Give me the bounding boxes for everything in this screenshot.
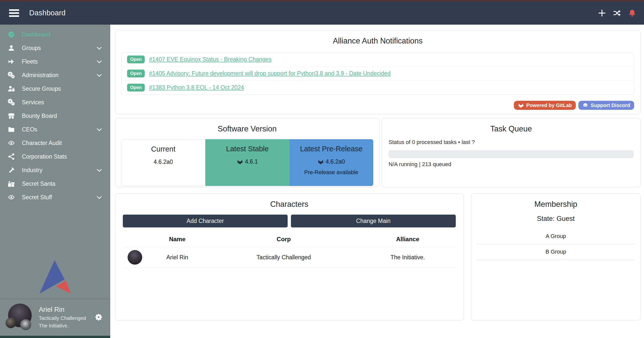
chevron-down-icon bbox=[96, 126, 103, 133]
sidebar: Dashboard Groups Fleets Administration bbox=[0, 25, 110, 338]
membership-group-list: A Group B Group bbox=[477, 229, 635, 260]
sidebar-item-label: Groups bbox=[22, 45, 41, 52]
page-title: Dashboard bbox=[29, 9, 66, 17]
chevron-down-icon bbox=[96, 45, 103, 52]
sidebar-item-label: Secure Groups bbox=[22, 85, 61, 92]
sidebar-item-label: Services bbox=[22, 99, 44, 106]
current-version-value: 4.6.2a0 bbox=[154, 159, 173, 165]
sidebar-item-industry[interactable]: Industry bbox=[0, 163, 110, 177]
sidebar-item-label: Secret Stuff bbox=[22, 194, 52, 201]
fighter-jet-icon bbox=[8, 58, 15, 65]
sidebar-item-fleets[interactable]: Fleets bbox=[0, 55, 110, 68]
sidebar-item-label: CEOs bbox=[22, 126, 37, 133]
add-character-button[interactable]: Add Character bbox=[123, 215, 288, 227]
corp-logo-badge bbox=[6, 318, 16, 328]
version-current-box: Current 4.6.2a0 bbox=[121, 139, 205, 186]
character-name-cell: Ariel Rin bbox=[147, 247, 208, 268]
user-alliance: The Initiative. bbox=[39, 323, 86, 329]
membership-panel: Membership State: Guest A Group B Group bbox=[471, 194, 640, 320]
notification-link[interactable]: #1407 EVE Equinox Status - Breaking Chan… bbox=[149, 56, 272, 63]
sidebar-item-dashboard[interactable]: Dashboard bbox=[0, 28, 110, 41]
sidebar-item-character-audit[interactable]: Character Audit bbox=[0, 136, 110, 150]
chevron-down-icon bbox=[96, 58, 103, 65]
characters-table: Name Corp Alliance Ariel Rin Tactically … bbox=[123, 231, 456, 268]
column-header-corp: Corp bbox=[208, 231, 360, 247]
notification-row: Open #1405 Advisory: Future development … bbox=[122, 66, 634, 80]
dashboard-icon bbox=[8, 31, 15, 38]
sidebar-item-ceos[interactable]: CEOs bbox=[0, 123, 110, 136]
column-header-alliance: Alliance bbox=[360, 231, 456, 247]
portrait-column-header bbox=[123, 231, 147, 247]
sidebar-item-secret-stuff[interactable]: Secret Stuff bbox=[0, 190, 110, 204]
characters-title: Characters bbox=[115, 194, 463, 209]
add-icon[interactable] bbox=[598, 9, 606, 17]
character-row: Ariel Rin Tactically Challenged The Init… bbox=[123, 247, 456, 268]
sidebar-item-groups[interactable]: Groups bbox=[0, 41, 110, 55]
eye-icon bbox=[8, 139, 15, 147]
task-queue-progress-bar bbox=[389, 151, 634, 158]
version-column-label: Latest Stable bbox=[205, 145, 289, 153]
chevron-down-icon bbox=[96, 167, 103, 174]
gifts-icon bbox=[8, 180, 15, 187]
support-discord-badge[interactable]: Support Discord bbox=[578, 101, 634, 110]
membership-title: Membership bbox=[471, 194, 640, 209]
sidebar-item-label: Dashboard bbox=[22, 31, 50, 38]
task-queue-status-text: Status of 0 processed tasks • last ? bbox=[389, 139, 634, 146]
sidebar-item-corporation-stats[interactable]: Corporation Stats bbox=[0, 150, 110, 163]
version-column-label: Current bbox=[121, 145, 205, 153]
version-column-label: Latest Pre-Release bbox=[289, 145, 373, 153]
task-queue-panel: Task Queue Status of 0 processed tasks •… bbox=[382, 118, 640, 187]
characters-panel: Characters Add Character Change Main Nam… bbox=[115, 194, 464, 320]
group-list-item: B Group bbox=[477, 244, 635, 260]
sidebar-item-secret-santa[interactable]: Secret Santa bbox=[0, 177, 110, 190]
user-name: Ariel Rin bbox=[39, 306, 86, 314]
status-badge: Open bbox=[127, 70, 145, 77]
badge-label: Support Discord bbox=[591, 103, 630, 108]
notification-link[interactable]: #1383 Python 3.8 EOL - 14 Oct 2024 bbox=[149, 84, 244, 91]
sidebar-item-services[interactable]: Services bbox=[0, 95, 110, 109]
column-header-name: Name bbox=[147, 231, 208, 247]
powered-by-gitlab-badge[interactable]: Powered by GitLab bbox=[514, 101, 576, 110]
character-alliance-cell: The Initiative. bbox=[360, 247, 456, 268]
hammer-icon bbox=[8, 166, 15, 174]
share-icon bbox=[8, 153, 15, 160]
notification-link[interactable]: #1405 Advisory: Future development will … bbox=[149, 70, 391, 77]
task-queue-count-text: N/A running | 213 queued bbox=[389, 161, 634, 168]
gitlab-icon bbox=[237, 159, 243, 165]
user-settings-gear-icon[interactable] bbox=[95, 313, 103, 321]
prerelease-note: Pre-Release available bbox=[289, 169, 373, 176]
notifications-title: Alliance Auth Notifications bbox=[115, 30, 640, 45]
notifications-footer: Powered by GitLab Support Discord bbox=[121, 101, 634, 110]
sidebar-item-label: Corporation Stats bbox=[22, 153, 67, 160]
navbar-actions bbox=[598, 9, 636, 17]
sidebar-item-label: Secret Santa bbox=[22, 180, 55, 187]
notifications-panel: Alliance Auth Notifications Open #1407 E… bbox=[115, 30, 640, 114]
chevron-down-icon bbox=[96, 72, 103, 79]
sidebar-item-bounty-board[interactable]: Bounty Board bbox=[0, 109, 110, 123]
notification-bell-icon[interactable] bbox=[628, 9, 636, 17]
sidebar-item-label: Bounty Board bbox=[22, 113, 57, 119]
version-prerelease-box: Latest Pre-Release 4.6.2a0 Pre-Release a… bbox=[289, 139, 373, 186]
store-icon bbox=[8, 112, 15, 120]
status-badge: Open bbox=[127, 84, 145, 91]
badge-label: Powered by GitLab bbox=[526, 103, 572, 108]
shuffle-icon[interactable] bbox=[613, 9, 621, 17]
sidebar-user-panel: Ariel Rin Tactically Challenged The Init… bbox=[0, 299, 110, 336]
sidebar-item-administration[interactable]: Administration bbox=[0, 68, 110, 82]
top-navbar: Dashboard bbox=[0, 1, 644, 25]
menu-toggle-icon[interactable] bbox=[9, 9, 19, 17]
character-corp-cell: Tactically Challenged bbox=[208, 247, 360, 268]
character-avatar bbox=[128, 250, 142, 265]
main-content: Alliance Auth Notifications Open #1407 E… bbox=[110, 25, 644, 338]
sidebar-item-label: Character Audit bbox=[22, 140, 62, 147]
gitlab-icon bbox=[318, 159, 324, 165]
sidebar-item-secure-groups[interactable]: Secure Groups bbox=[0, 82, 110, 95]
cogs-icon bbox=[8, 71, 15, 79]
sidebar-menu: Dashboard Groups Fleets Administration bbox=[0, 25, 110, 204]
user-avatar bbox=[6, 303, 33, 331]
change-main-button[interactable]: Change Main bbox=[291, 215, 456, 227]
sidebar-item-label: Administration bbox=[22, 72, 59, 79]
group-list-item: A Group bbox=[477, 229, 635, 244]
discord-icon bbox=[582, 102, 588, 108]
version-stable-box: Latest Stable 4.6.1 bbox=[205, 139, 289, 186]
